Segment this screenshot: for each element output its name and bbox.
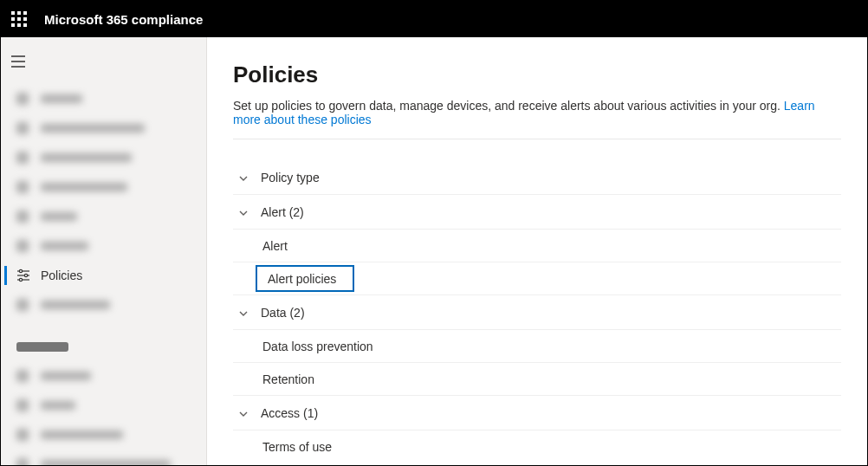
nav-item-blurred[interactable] — [1, 231, 206, 261]
nav-collapse-button[interactable] — [1, 46, 36, 77]
nav-item-blurred[interactable] — [1, 113, 206, 143]
group-label: Alert (2) — [261, 205, 304, 219]
policy-item-alert[interactable]: Alert — [233, 230, 841, 262]
policy-item-label: Terms of use — [262, 440, 332, 454]
nav-item-blurred[interactable] — [1, 202, 206, 231]
policy-item-dlp[interactable]: Data loss prevention — [233, 330, 841, 363]
group-label: Data (2) — [261, 306, 305, 320]
page-description: Set up policies to govern data, manage d… — [233, 99, 841, 139]
svg-point-8 — [19, 278, 22, 281]
page-title: Policies — [233, 61, 841, 88]
chevron-down-icon — [238, 172, 249, 183]
policy-item-label: Alert policies — [262, 272, 341, 286]
app-title: Microsoft 365 compliance — [44, 12, 203, 27]
svg-point-7 — [24, 274, 27, 276]
app-launcher-icon[interactable] — [11, 11, 27, 27]
group-header-alert[interactable]: Alert (2) — [233, 195, 841, 230]
svg-point-6 — [19, 269, 22, 272]
policy-item-label: Data loss prevention — [262, 340, 373, 353]
policy-item-label: Alert — [262, 239, 288, 253]
main-content: Policies Set up policies to govern data,… — [207, 37, 867, 465]
policy-item-label: Retention — [262, 372, 314, 386]
nav-item-blurred[interactable] — [1, 172, 206, 202]
chevron-down-icon — [238, 207, 249, 217]
nav-section-header-blurred — [1, 332, 206, 361]
policy-groups: Policy type Alert (2) Alert Alert polici… — [233, 160, 841, 463]
group-label: Access (1) — [261, 406, 318, 420]
nav-item-blurred[interactable] — [1, 361, 206, 391]
nav-item-blurred[interactable] — [1, 420, 206, 450]
group-header-data[interactable]: Data (2) — [233, 295, 841, 330]
nav-item-blurred[interactable] — [1, 450, 206, 466]
policy-item-retention[interactable]: Retention — [233, 363, 841, 396]
chevron-down-icon — [238, 307, 249, 318]
top-header: Microsoft 365 compliance — [1, 1, 867, 37]
nav-item-blurred[interactable] — [1, 391, 206, 420]
chevron-down-icon — [238, 408, 249, 418]
nav-item-label: Policies — [41, 269, 82, 282]
policy-item-alert-policies[interactable]: Alert policies — [233, 262, 841, 295]
policy-item-terms-of-use[interactable]: Terms of use — [233, 430, 841, 463]
group-header-policy-type[interactable]: Policy type — [233, 160, 841, 195]
nav-item-blurred[interactable] — [1, 290, 206, 320]
nav-item-policies[interactable]: Policies — [1, 261, 206, 290]
page-description-text: Set up policies to govern data, manage d… — [233, 99, 784, 113]
nav-item-blurred[interactable] — [1, 143, 206, 172]
policies-icon — [16, 269, 30, 282]
group-header-access[interactable]: Access (1) — [233, 396, 841, 430]
left-nav: Policies — [1, 37, 207, 465]
nav-item-blurred[interactable] — [1, 84, 206, 113]
group-label: Policy type — [261, 171, 320, 184]
